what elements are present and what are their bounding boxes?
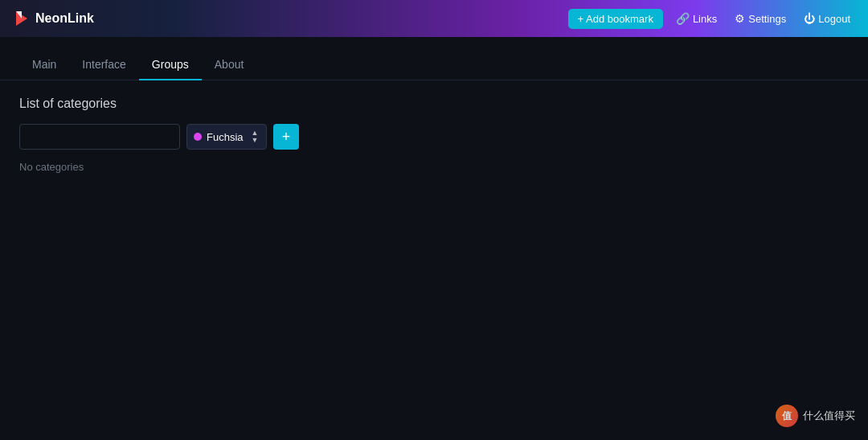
brand-logo-icon — [13, 10, 31, 27]
color-chevrons-icon: ▲ ▼ — [252, 130, 259, 144]
settings-button[interactable]: ⚙ Settings — [730, 9, 791, 28]
main-content: Main Interface Groups About List of cate… — [0, 37, 868, 204]
logout-icon: ⏻ — [804, 12, 815, 25]
no-categories-text: No categories — [19, 159, 849, 175]
section-title: List of categories — [19, 97, 849, 111]
links-button[interactable]: 🔗 Links — [671, 9, 722, 28]
category-form: Fuchsia ▲ ▼ + — [19, 124, 849, 150]
add-bookmark-button[interactable]: + Add bookmark — [568, 9, 663, 29]
tab-interface[interactable]: Interface — [69, 50, 138, 80]
watermark-icon: 值 — [776, 405, 798, 427]
settings-icon: ⚙ — [735, 12, 745, 25]
navbar: NeonLink + Add bookmark 🔗 Links ⚙ Settin… — [0, 0, 868, 37]
tab-about[interactable]: About — [202, 50, 257, 80]
brand: NeonLink — [13, 10, 94, 27]
navbar-actions: + Add bookmark 🔗 Links ⚙ Settings ⏻ Logo… — [568, 9, 855, 29]
logout-label: Logout — [818, 13, 850, 25]
links-icon: 🔗 — [676, 12, 690, 25]
category-name-input[interactable] — [19, 124, 180, 150]
watermark: 值 什么值得买 — [776, 405, 855, 427]
tab-main[interactable]: Main — [19, 50, 69, 80]
logout-button[interactable]: ⏻ Logout — [799, 9, 855, 28]
links-label: Links — [693, 13, 717, 25]
content-section: List of categories Fuchsia ▲ ▼ + No cate… — [0, 80, 868, 191]
color-selector-label: Fuchsia — [207, 131, 244, 143]
color-selector-button[interactable]: Fuchsia ▲ ▼ — [186, 124, 267, 150]
brand-name: NeonLink — [35, 11, 94, 26]
tabs-container: Main Interface Groups About — [0, 50, 868, 80]
add-category-icon: + — [282, 129, 291, 146]
settings-label: Settings — [748, 13, 786, 25]
add-bookmark-label: + Add bookmark — [578, 13, 653, 25]
watermark-text: 什么值得买 — [803, 409, 855, 423]
color-dot-icon — [194, 133, 202, 141]
tab-groups[interactable]: Groups — [139, 50, 202, 80]
add-category-button[interactable]: + — [273, 124, 299, 150]
